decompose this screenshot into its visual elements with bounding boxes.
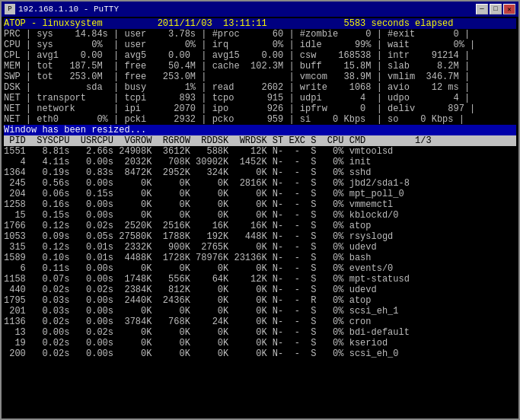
terminal-line: 1589 0.10s 0.01s 4488K 1728K 78976K 2313… xyxy=(4,253,516,263)
terminal-line: 1053 0.09s 0.05s 27580K 1788K 192K 448K … xyxy=(4,231,516,242)
terminal-line: 1551 8.81s 2.66s 24908K 3612K 588K 12K N… xyxy=(4,146,516,157)
terminal-line: 1766 0.12s 0.02s 2520K 2516K 16K 16K N- … xyxy=(4,221,516,231)
maximize-button[interactable]: □ xyxy=(490,4,502,14)
terminal-line: CPL | avg1 0.00 | avg5 0.00 | avg15 0.00… xyxy=(4,50,516,61)
terminal-line: 13 0.00s 0.02s 0K 0K 0K 0K N- - S 0% bdi… xyxy=(4,327,516,338)
terminal-line: 19 0.02s 0.00s 0K 0K 0K 0K N- - S 0% kse… xyxy=(4,338,516,348)
terminal-output[interactable]: ATOP - linuxsystem 2011/11/03 13:11:11 5… xyxy=(2,17,518,418)
title-bar-left: P 192.168.1.10 - PuTTY xyxy=(5,4,119,14)
terminal-line: 6 0.11s 0.00s 0K 0K 0K 0K N- - S 0% even… xyxy=(4,263,516,274)
terminal-line: 1364 0.19s 0.83s 8472K 2952K 324K 0K N- … xyxy=(4,167,516,178)
title-bar-buttons: ─ □ ✕ xyxy=(476,4,515,14)
title-bar: P 192.168.1.10 - PuTTY ─ □ ✕ xyxy=(2,2,518,17)
terminal-line: 4 4.11s 0.00s 2032K 708K 30902K 1452K N-… xyxy=(4,157,516,167)
terminal-line: SWP | tot 253.0M | free 253.0M | | vmcom… xyxy=(4,72,516,82)
terminal-line: 200 0.02s 0.00s 0K 0K 0K 0K N- - S 0% sc… xyxy=(4,348,516,359)
terminal-line: MEM | tot 187.5M | free 50.4M | cache 10… xyxy=(4,61,516,72)
terminal-line: PRC | sys 14.84s | user 3.78s | #proc 60… xyxy=(4,29,516,40)
terminal-line: 245 0.56s 0.00s 0K 0K 0K 2816K N- - S 0%… xyxy=(4,178,516,189)
window-title: 192.168.1.10 - PuTTY xyxy=(18,5,119,14)
terminal-line: 1258 0.16s 0.00s 0K 0K 0K 0K N- - S 0% v… xyxy=(4,199,516,210)
terminal-line: DSK | sda | busy 1% | read 2602 | write … xyxy=(4,82,516,93)
terminal-line: NET | transport | tcpi 893 | tcpo 915 | … xyxy=(4,93,516,103)
terminal-line: NET | eth0 0% | pcki 2932 | pcko 959 | s… xyxy=(4,114,516,125)
terminal-line: 204 0.06s 0.15s 0K 0K 0K 0K N- - S 0% mp… xyxy=(4,189,516,199)
terminal-line: NET | network | ipi 2070 | ipo 926 | ipf… xyxy=(4,103,516,114)
minimize-button[interactable]: ─ xyxy=(476,4,488,14)
terminal-line: 15 0.15s 0.00s 0K 0K 0K 0K N- - S 0% kbl… xyxy=(4,210,516,221)
terminal-line: ATOP - linuxsystem 2011/11/03 13:11:11 5… xyxy=(4,18,516,29)
terminal-line: CPU | sys 0% | user 0% | irq 0% | idle 9… xyxy=(4,40,516,50)
close-button[interactable]: ✕ xyxy=(503,4,515,14)
terminal-line: 315 0.12s 0.01s 2332K 900K 2765K 0K N- -… xyxy=(4,242,516,253)
terminal-line: 1158 0.07s 0.00s 1748K 556K 64K 12K N- -… xyxy=(4,274,516,285)
terminal-line: Window has been resized... xyxy=(4,125,516,135)
terminal-line: 440 0.02s 0.02s 2384K 812K 0K 0K N- - S … xyxy=(4,285,516,295)
putty-window: P 192.168.1.10 - PuTTY ─ □ ✕ ATOP - linu… xyxy=(0,0,520,420)
terminal-line: 1136 0.02s 0.00s 3784K 768K 24K 0K N- - … xyxy=(4,317,516,327)
terminal-line: PID SYSCPU USRCPU VGROW RGROW RDDSK WRDS… xyxy=(4,135,516,146)
terminal-line: 201 0.03s 0.00s 0K 0K 0K 0K N- - S 0% sc… xyxy=(4,306,516,317)
window-icon: P xyxy=(5,4,15,14)
terminal-line: 1795 0.03s 0.00s 2440K 2436K 0K 0K N- - … xyxy=(4,295,516,306)
